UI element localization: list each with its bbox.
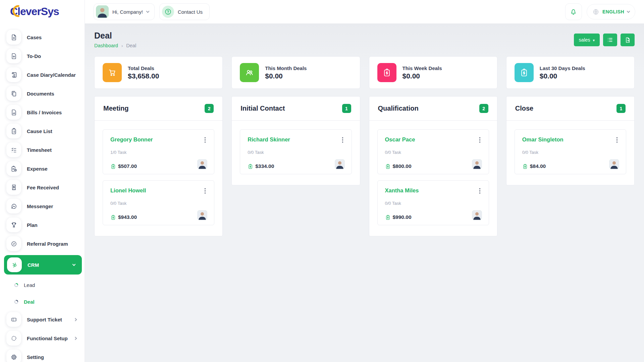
sidebar-item-label: Case Diary/Calendar [27,72,76,78]
sales-dropdown-button[interactable]: sales ▾ [574,34,600,46]
chat-icon [6,199,21,214]
sidebar-item-fee-received[interactable]: Fee Received [0,178,85,197]
sidebar-item-deal[interactable]: Deal [0,293,85,310]
sidebar-item-messenger[interactable]: Messenger [0,197,85,216]
deal-name-link[interactable]: Omar Singleton [522,136,564,143]
deal-amount-row: $84.00 [522,163,546,169]
deal-task-count: 0/0 Task [385,201,482,206]
sidebar-item-crm[interactable]: CRM [4,255,82,275]
sidebar-item-label: Cause List [27,128,52,134]
deal-owner-avatar [609,159,619,169]
deal-task-count: 0/0 Task [385,150,482,155]
sidebar-item-bills-invoices[interactable]: Bills / Invoices [0,103,85,122]
breadcrumb-dashboard-link[interactable]: Dashboard [94,43,118,48]
clipboard-clock-icon [6,161,21,176]
deal-owner-avatar [335,159,345,169]
stat-card-total-deals: Total Deals $3,658.00 [94,56,223,89]
receipt-dollar-icon [6,180,21,195]
contact-us-button[interactable]: Contact Us [159,3,210,20]
language-label: ENGLISH [602,9,624,14]
clipboard-dollar-icon [377,63,396,82]
chevron-right-icon [74,337,77,340]
column-title: Qualification [378,105,419,112]
deal-name-link[interactable]: Xantha Miles [385,187,419,194]
sidebar-item-label: Referral Program [27,241,68,247]
deal-amount-row: $943.00 [110,214,137,220]
deal-amount-row: $990.00 [385,214,412,220]
notification-button[interactable] [565,3,582,20]
file-export-icon [625,37,631,43]
breadcrumb: Dashboard › Deal [94,43,136,48]
sidebar-item-label: To-Do [27,53,41,59]
deal-name-link[interactable]: Richard Skinner [248,136,290,143]
deal-task-count: 0/0 Task [522,150,619,155]
brand-logo[interactable]: CleverSys [10,5,59,18]
kanban-board: Meeting 2 Gregory Bonner 1/0 Task [85,89,644,246]
deal-name-link[interactable]: Oscar Pace [385,136,415,143]
scroll-icon [6,67,21,82]
file-chart-icon [6,105,21,120]
deal-card: Richard Skinner 0/0 Task $334.00 [240,129,352,174]
deal-owner-avatar [197,159,207,169]
deal-amount-row: $507.00 [110,163,137,169]
sidebar-item-support-ticket[interactable]: Support Ticket [0,310,85,329]
topbar: Hi, Company! Contact Us ENGLISH [85,0,644,23]
badge-percent-icon [6,236,21,251]
deal-task-count: 0/0 Task [248,150,344,155]
deal-card: Omar Singleton 0/0 Task $84.00 [515,129,626,174]
sidebar-nav: Cases To-Do Case Diary/Calendar Document… [0,23,85,362]
sidebar-item-label: Messenger [27,203,53,209]
sidebar-item-label: Fee Received [27,185,59,190]
export-button[interactable] [621,34,635,46]
kebab-menu-icon[interactable] [203,136,207,143]
deal-task-count: 1/0 Task [110,150,207,155]
sidebar-item-timesheet[interactable]: Timesheet [0,140,85,159]
language-selector[interactable]: ENGLISH [587,4,635,19]
sidebar-item-cases[interactable]: Cases [0,28,85,47]
sidebar-item-todo[interactable]: To-Do [0,47,85,65]
sidebar-item-referral-program[interactable]: Referral Program [0,234,85,253]
checklist-icon [6,142,21,157]
stat-label: Total Deals [128,65,159,71]
kebab-menu-icon[interactable] [478,136,482,143]
sidebar-item-setting[interactable]: Setting [0,348,85,362]
caret-down-icon: ▾ [593,38,595,43]
deal-owner-avatar [472,159,482,169]
sidebar-item-label: Expense [27,166,48,172]
stat-card-this-month-deals: This Month Deals $0.00 [231,56,360,89]
sidebar-item-label: Setting [27,354,44,360]
sidebar-item-label: Support Ticket [27,317,62,322]
trophy-icon [6,218,21,232]
sidebar-item-documents[interactable]: Documents [0,84,85,103]
kanban-column-initial-contact: Initial Contact 1 Richard Skinner 0/0 Ta… [231,96,360,185]
money-clipboard-icon [110,215,116,220]
money-clipboard-icon [385,215,391,220]
sidebar-item-cause-list[interactable]: Cause List [0,122,85,140]
sidebar-item-functional-setup[interactable]: Functional Setup [0,329,85,348]
ticket-icon [6,312,21,327]
deal-name-link[interactable]: Gregory Bonner [110,136,153,143]
deal-amount: $800.00 [393,163,412,169]
sidebar-item-label: Bills / Invoices [27,110,62,115]
sidebar-item-plan[interactable]: Plan [0,216,85,234]
deal-amount: $334.00 [255,163,274,169]
sidebar-item-label: Plan [27,222,38,228]
chevron-down-icon [146,10,149,13]
user-menu[interactable]: Hi, Company! [94,3,155,20]
list-view-button[interactable] [603,34,617,46]
copy-icon [6,86,21,101]
kebab-menu-icon[interactable] [340,136,345,143]
user-avatar [96,5,109,18]
kebab-menu-icon[interactable] [478,187,482,194]
deal-name-link[interactable]: Lionel Howell [110,187,146,194]
sidebar-item-label: Functional Setup [27,336,68,341]
sidebar-item-expense[interactable]: Expense [0,159,85,178]
sidebar-item-case-diary[interactable]: Case Diary/Calendar [0,65,85,84]
sidebar-item-label: Documents [27,91,54,97]
kebab-menu-icon[interactable] [203,187,207,194]
deal-card: Lionel Howell 0/0 Task $943.00 [103,180,214,225]
question-circle-icon [162,6,174,18]
sidebar-item-lead[interactable]: Lead [0,277,85,293]
breadcrumb-current: Deal [126,43,136,48]
kebab-menu-icon[interactable] [615,136,619,143]
